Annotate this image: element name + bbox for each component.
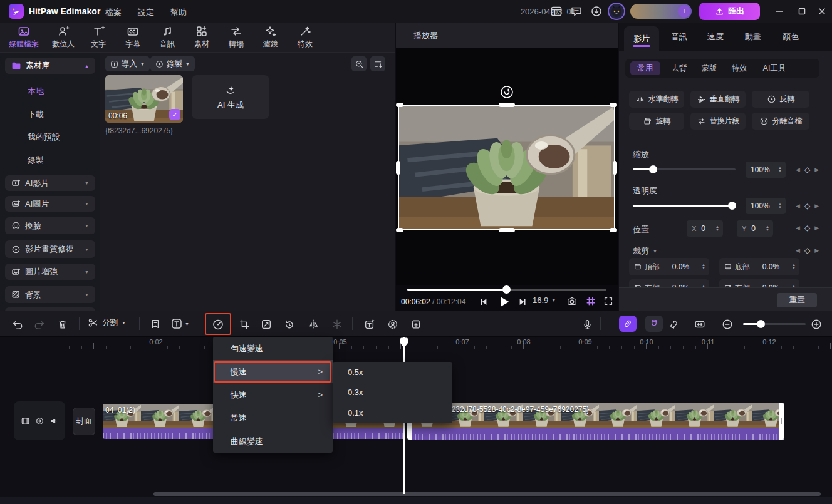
sidebar-group-ai-image[interactable]: AI圖片▼ [5,196,95,212]
separate-audio-button[interactable]: 分離音檔 [752,113,809,130]
sidebar-item-my-presets[interactable]: 我的預設 [28,131,60,143]
subtab-effects[interactable]: 特效 [725,61,753,75]
nav-effects[interactable]: 特效 [294,25,316,49]
nav-subtitles[interactable]: 字幕 [122,25,143,49]
tab-animation[interactable]: 動畫 [738,23,768,51]
layout-icon[interactable] [550,5,563,18]
tab-video[interactable]: 影片 [624,26,659,51]
stepper-arrows[interactable]: ▲▼ [792,264,796,270]
position-x-input[interactable]: X 0 ▲▼ [687,220,723,237]
snapshot-button[interactable] [566,296,578,307]
opacity-value-box[interactable]: 100% ▲▼ [746,198,786,214]
nav-filters[interactable]: 濾鏡 [260,25,281,49]
crop-top-input[interactable]: 頂部 0.0% ▲▼ [629,258,709,275]
menu-item-normal-speed[interactable]: 常速 [213,406,333,429]
sidebar-group-library[interactable]: 素材庫 ▲ [5,58,95,74]
nav-transitions[interactable]: 轉場 [226,25,247,49]
sidebar-group-background[interactable]: 背景▼ [5,286,95,303]
nav-elements[interactable]: 素材 [191,25,212,49]
cover-button[interactable]: 封面 [73,408,95,435]
feedback-icon[interactable] [570,5,583,18]
submenu-item-03x[interactable]: 0.3x [333,383,452,403]
timeline-clip-2[interactable]: 8232d78-5528-40c2-8e97-459e76920275} [407,403,784,440]
stepper-arrows[interactable]: ▲▼ [766,225,769,232]
zoom-in-button[interactable] [809,317,823,331]
split-button[interactable]: 分割 ▼ [88,317,126,328]
voiceover-mic-button[interactable] [580,317,594,331]
submenu-item-01x[interactable]: 0.1x [333,403,452,423]
reset-button[interactable]: 重置 [777,293,817,307]
undo-button[interactable] [11,317,24,331]
reverse-button[interactable]: 反轉 [752,91,809,108]
opacity-slider-thumb[interactable] [728,202,736,210]
replace-clip-button[interactable]: 替換片段 [690,113,746,130]
scale-slider[interactable] [633,168,736,170]
submenu-item-05x[interactable]: 0.5x [333,362,452,383]
opacity-keyframe-controls[interactable]: ◀◇▶ [796,201,826,211]
user-avatar[interactable] [608,3,625,20]
close-button[interactable] [816,5,828,18]
user-account-pill[interactable]: + [630,4,692,19]
resize-handle-bottom-left[interactable] [396,228,403,232]
fit-timeline-button[interactable] [693,317,707,331]
resize-handle-bottom-right[interactable] [610,228,617,232]
nav-audio[interactable]: 音訊 [157,25,178,49]
sidebar-group-face-swap[interactable]: 換臉▼ [5,217,95,234]
resize-handle-bottom[interactable] [499,228,515,232]
nav-digital-human[interactable]: 數位人 [52,25,75,49]
import-button[interactable]: 導入 ▼ [105,56,150,71]
ai-generate-card[interactable]: AI 生成 [192,75,269,119]
sidebar-group-image-enhance[interactable]: 圖片增強▼ [5,264,95,280]
sidebar-item-recordings[interactable]: 錄製 [28,155,44,166]
rotate-button[interactable]: 旋轉 [629,113,684,130]
timeline-horizontal-scrollbar[interactable] [153,492,821,496]
nav-text[interactable]: 文字 [88,25,109,49]
selected-check-icon[interactable]: ✓ [169,109,180,120]
menu-file[interactable]: 檔案 [101,4,125,21]
resize-handle-right[interactable] [613,161,617,175]
playback-progress-bar[interactable] [407,289,606,291]
subtab-mask[interactable]: 蒙版 [695,61,723,75]
maximize-button[interactable] [796,5,808,18]
subtab-remove-bg[interactable]: 去背 [665,61,693,75]
search-button[interactable] [351,56,367,71]
zoom-slider-thumb[interactable] [757,320,765,328]
track-disable-icon[interactable] [35,416,44,426]
export-clip-button[interactable] [409,317,423,331]
aspect-ratio-select[interactable]: 16:9 ▼ [533,296,556,305]
menu-item-uniform-speed[interactable]: 勻速變速 [213,337,333,360]
fullscreen-button[interactable] [603,296,614,307]
resize-handle-top-left[interactable] [396,103,403,107]
progress-thumb[interactable] [502,285,511,294]
stepper-arrows[interactable]: ▲▼ [778,167,782,173]
delete-button[interactable] [56,317,70,331]
tab-color[interactable]: 顏色 [776,23,806,51]
nav-media-files[interactable]: 媒體檔案 [9,25,39,49]
flip-horizontal-button[interactable]: 水準翻轉 [629,91,684,108]
export-button[interactable]: 匯出 [699,3,760,20]
previous-frame-button[interactable] [477,296,489,309]
menu-help[interactable]: 幫助 [167,4,190,21]
mirror-button[interactable] [306,317,320,331]
sidebar-item-local[interactable]: 本地 [28,86,44,97]
position-keyframe-controls[interactable]: ◀◇▶ [796,223,826,233]
reverse-clip-button[interactable] [283,317,296,331]
text-sticker-button[interactable] [363,317,377,331]
record-button[interactable]: 錄製 ▼ [150,56,195,71]
sidebar-item-downloads[interactable]: 下載 [28,109,44,120]
minimize-button[interactable] [773,5,786,18]
avatar-sticker-button[interactable] [386,317,400,331]
timeline-zoom-slider[interactable] [743,323,806,325]
subtab-common[interactable]: 常用 [630,61,660,75]
opacity-slider[interactable] [633,205,736,207]
sidebar-group-ai-video[interactable]: AI影片▼ [5,175,95,191]
video-preview[interactable] [398,105,615,230]
text-tool-button[interactable]: ▼ [170,317,189,330]
crop-bottom-input[interactable]: 底部 0.0% ▲▼ [719,258,799,275]
menu-item-curve-speed[interactable]: 曲線變速 [213,429,333,453]
track-mute-icon[interactable] [49,416,59,426]
scale-keyframe-controls[interactable]: ◀◇▶ [796,165,826,175]
stepper-arrows[interactable]: ▲▼ [702,264,705,270]
resize-handle-top-right[interactable] [610,103,617,107]
magnet-snap-button[interactable] [645,316,663,332]
